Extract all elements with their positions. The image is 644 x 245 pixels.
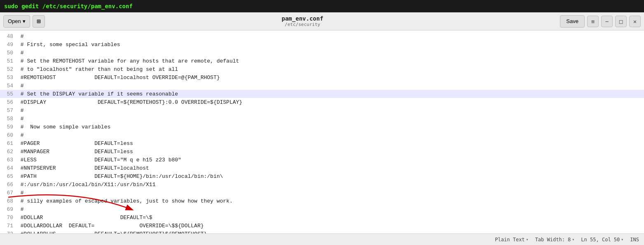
line-number: 62 — [2, 149, 17, 155]
ins-mode: INS — [630, 237, 639, 243]
table-row: 71 #DOLLARDOLLAR DEFAULT= OVERRIDE=\$${D… — [0, 222, 644, 230]
table-row: 70 #DOLLAR DEFAULT=\$ — [0, 213, 644, 222]
plain-text-selector[interactable]: Plain Text ▾ — [495, 237, 528, 243]
maximize-icon: □ — [619, 18, 623, 25]
line-text: #DOLLARPLUS DEFAULT=\${REMOTEHOST}${REMO… — [17, 231, 207, 234]
maximize-button[interactable]: □ — [615, 16, 627, 27]
line-text: #PATH DEFAULT=${HOME}/bin:/usr/local/bin… — [17, 173, 223, 180]
line-text: #PAGER DEFAULT=less — [17, 140, 133, 147]
toolbar-right: Save ≡ − □ ✕ — [560, 15, 641, 28]
line-number: 50 — [2, 50, 17, 56]
plain-text-arrow: ▾ — [526, 237, 529, 242]
line-number: 71 — [2, 223, 17, 229]
gedit-toolbar: Open ▾ ⊞ pam_env.conf /etc/security Save… — [0, 12, 644, 30]
plain-text-label: Plain Text — [495, 237, 525, 243]
line-text: # — [17, 132, 24, 138]
line-text: # silly examples of escaped variables, j… — [17, 198, 233, 204]
table-row: 66 #:/usr/bin:/usr/local/bin/X11:/usr/bi… — [0, 180, 644, 189]
open-chevron-icon: ▾ — [23, 18, 26, 24]
line-text: #MANPAGER DEFAULT=less — [17, 149, 133, 155]
table-row: 54 # — [0, 82, 644, 90]
line-text: # to "localhost" rather than not being s… — [17, 66, 178, 72]
line-text: # — [17, 50, 24, 56]
table-row: 68 # silly examples of escaped variables… — [0, 197, 644, 205]
minimize-icon: − — [605, 18, 609, 25]
ln-col-label: Ln 55, Col 50 — [581, 237, 620, 243]
terminal-title: sudo gedit /etc/security/pam_env.conf — [4, 3, 133, 9]
line-number: 70 — [2, 215, 17, 221]
line-number: 54 — [2, 83, 17, 89]
line-number: 64 — [2, 165, 17, 171]
table-row: 72 #DOLLARPLUS DEFAULT=\${REMOTEHOST}${R… — [0, 230, 644, 233]
line-number: 48 — [2, 33, 17, 40]
line-text: #LESS DEFAULT="M q e h15 z23 b80" — [17, 157, 181, 163]
line-text: # — [17, 206, 24, 212]
line-text: # — [17, 33, 24, 40]
tab-width-label: Tab Width: 8 — [535, 237, 571, 243]
line-number: 63 — [2, 157, 17, 163]
line-text: #DOLLAR DEFAULT=\$ — [17, 215, 152, 221]
line-text: # — [17, 83, 24, 89]
gedit-window: Open ▾ ⊞ pam_env.conf /etc/security Save… — [0, 12, 644, 245]
terminal-bar: sudo gedit /etc/security/pam_env.conf — [0, 0, 644, 12]
close-button[interactable]: ✕ — [629, 16, 641, 27]
code-content: 48 #49 # First, some special variables50… — [0, 30, 644, 233]
table-row: 52 # to "localhost" rather than not bein… — [0, 65, 644, 73]
line-text: # Set the REMOTEHOST variable for any ho… — [17, 58, 239, 64]
menu-button[interactable]: ≡ — [587, 16, 599, 27]
line-number: 51 — [2, 58, 17, 64]
new-tab-button[interactable]: ⊞ — [33, 15, 45, 28]
line-text: #NNTPSERVER DEFAULT=localhost — [17, 165, 149, 171]
line-text: # — [17, 190, 24, 196]
minimize-button[interactable]: − — [601, 16, 613, 27]
line-text: #:/usr/bin:/usr/local/bin/X11:/usr/bin/X… — [17, 182, 155, 188]
line-number: 66 — [2, 182, 17, 188]
line-text: #DOLLARDOLLAR DEFAULT= OVERRIDE=\$${DOLL… — [17, 223, 204, 229]
table-row: 59 # Now some simple variables — [0, 123, 644, 131]
editor-area[interactable]: 48 #49 # First, some special variables50… — [0, 30, 644, 233]
line-number: 65 — [2, 173, 17, 180]
table-row: 65 #PATH DEFAULT=${HOME}/bin:/usr/local/… — [0, 172, 644, 180]
ln-col-selector[interactable]: Ln 55, Col 50 ▾ — [581, 237, 623, 243]
line-text: # Now some simple variables — [17, 124, 110, 130]
tab-width-arrow: ▾ — [572, 237, 574, 242]
menu-icon: ≡ — [591, 18, 595, 25]
save-button[interactable]: Save — [560, 15, 585, 28]
table-row: 64 #NNTPSERVER DEFAULT=localhost — [0, 164, 644, 172]
open-button[interactable]: Open ▾ — [3, 15, 30, 28]
ln-col-arrow: ▾ — [621, 237, 623, 242]
line-text: # Set the DISPLAY variable if it seems r… — [17, 91, 178, 97]
line-text: # — [17, 107, 24, 114]
line-text: # First, some special variables — [17, 42, 120, 48]
line-number: 58 — [2, 116, 17, 122]
line-number: 72 — [2, 231, 17, 234]
table-row: 56 #DISPLAY DEFAULT=${REMOTEHOST}:0.0 OV… — [0, 98, 644, 106]
toolbar-center: pam_env.conf /etc/security — [282, 15, 323, 27]
status-bar: Plain Text ▾ Tab Width: 8 ▾ Ln 55, Col 5… — [0, 233, 644, 245]
line-number: 56 — [2, 99, 17, 105]
toolbar-left: Open ▾ ⊞ — [3, 15, 45, 28]
line-number: 55 — [2, 91, 17, 97]
table-row: 53 #REMOTEHOST DEFAULT=localhost OVERRID… — [0, 73, 644, 82]
table-row: 67 # — [0, 189, 644, 197]
close-icon: ✕ — [633, 18, 637, 25]
line-text: #REMOTEHOST DEFAULT=localhost OVERRIDE=@… — [17, 75, 220, 81]
new-tab-icon: ⊞ — [37, 17, 41, 25]
line-number: 53 — [2, 75, 17, 81]
line-number: 60 — [2, 132, 17, 138]
file-title: pam_env.conf — [282, 15, 323, 22]
table-row: 55 # Set the DISPLAY variable if it seem… — [0, 90, 644, 98]
table-row: 69 # — [0, 205, 644, 213]
table-row: 57 # — [0, 106, 644, 114]
line-number: 67 — [2, 190, 17, 196]
ins-label: INS — [630, 237, 639, 243]
line-number: 68 — [2, 198, 17, 204]
line-number: 69 — [2, 206, 17, 212]
table-row: 58 # — [0, 114, 644, 123]
table-row: 51 # Set the REMOTEHOST variable for any… — [0, 57, 644, 65]
line-number: 61 — [2, 140, 17, 147]
tab-width-selector[interactable]: Tab Width: 8 ▾ — [535, 237, 575, 243]
table-row: 50 # — [0, 49, 644, 57]
table-row: 62 #MANPAGER DEFAULT=less — [0, 147, 644, 156]
table-row: 48 # — [0, 32, 644, 40]
